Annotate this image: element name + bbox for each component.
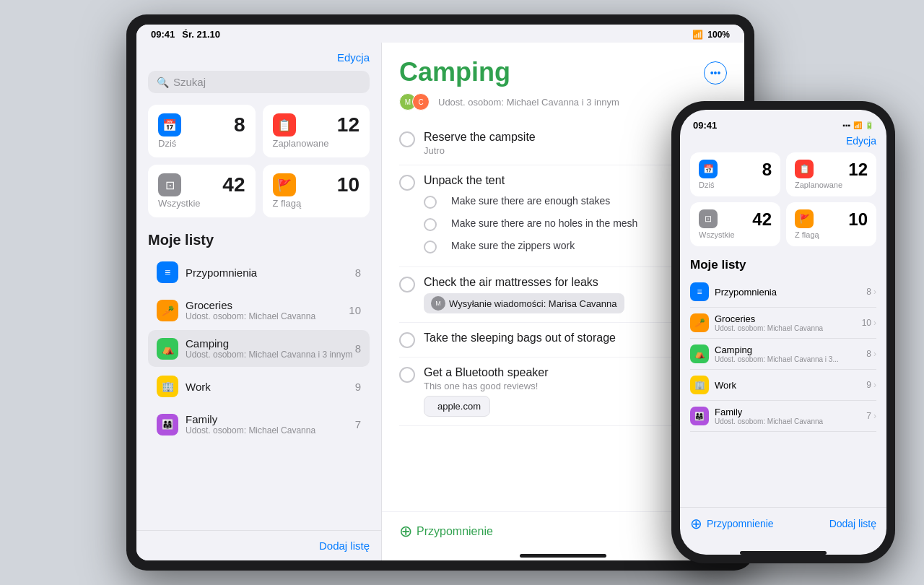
wszystkie-label: Wszystkie (158, 198, 245, 209)
iphone-wszystkie-count: 42 (752, 209, 772, 230)
family-count: 7 (355, 418, 361, 430)
task-circle-5[interactable] (399, 367, 415, 383)
ipad-time: 09:41 (151, 29, 175, 40)
detail-header: Camping ••• (382, 43, 744, 93)
list-item-przypomnienia[interactable]: ≡ Przypomnienia 8 (148, 254, 370, 290)
ipad-day: Śr. 21.10 (182, 29, 220, 40)
add-reminder-button[interactable]: ⊕ Przypomnienie (399, 522, 493, 541)
wszystkie-icon: ⊡ (158, 173, 181, 196)
ipad-status-bar: 09:41 Śr. 21.10 📶 100% (136, 25, 744, 43)
iphone-battery-icon: 🔋 (865, 121, 873, 129)
iphone-edit-button[interactable]: Edycja (846, 135, 876, 147)
list-item[interactable]: 👨‍👩‍👧 Family Udost. osobom: Michael Cava… (690, 401, 876, 432)
zflaga-label: Z flagą (273, 198, 360, 209)
iphone-zflaga-icon: 🚩 (795, 209, 814, 228)
iphone-family-sub: Udost. osobom: Michael Cavanna (715, 417, 866, 425)
work-name: Work (186, 381, 355, 393)
iphone-zaplanowane-count: 12 (848, 160, 868, 180)
avatars: M C (399, 93, 425, 110)
task-circle-2[interactable] (399, 175, 415, 191)
subtask-circle[interactable] (424, 218, 437, 231)
iphone-add-list-button[interactable]: Dodaj listę (829, 518, 876, 529)
iphone-frame: 09:41 ▪▪▪ 📶 🔋 Edycja 📅 8 Dziś (671, 101, 895, 563)
iphone-groceries-icon: 🥕 (690, 313, 709, 332)
subtask-3-name: Make sure the zippers work (451, 240, 575, 251)
iphone-stat-wszystkie[interactable]: ⊡ 42 Wszystkie (690, 202, 780, 246)
iphone-camping-count: 8 (866, 349, 871, 359)
camping-icon: ⛺ (157, 338, 178, 360)
list-item[interactable]: ≡ Przypomnienia 8 › (690, 277, 876, 308)
sidebar-footer: Dodaj listę (136, 530, 381, 560)
iphone-przypomnienia-icon: ≡ (690, 282, 709, 301)
dzis-count: 8 (234, 113, 245, 136)
iphone-add-reminder-label: Przypomnienie (707, 518, 774, 529)
przypomnienia-name: Przypomnienia (186, 266, 355, 279)
stat-card-zflaga[interactable]: 🚩 10 Z flagą (263, 165, 370, 217)
list-item-work[interactable]: 🏢 Work 9 (148, 368, 370, 404)
iphone-work-count: 9 (866, 380, 871, 390)
task-circle-3[interactable] (399, 277, 415, 292)
my-lists-title: Moje listy (148, 232, 370, 248)
iphone-groceries-sub: Udost. osobom: Michael Cavanna (715, 324, 862, 332)
iphone-zflaga-label: Z flagą (795, 230, 868, 239)
przypomnienia-icon: ≡ (157, 261, 178, 283)
iphone-add-icon: ⊕ (690, 515, 702, 532)
subtask-circle[interactable] (424, 240, 437, 254)
more-button[interactable]: ••• (704, 61, 727, 84)
wifi-icon: 📶 (692, 30, 703, 40)
dzis-icon: 📅 (158, 113, 181, 136)
edit-button[interactable]: Edycja (337, 51, 370, 64)
subtask-circle[interactable] (424, 196, 437, 209)
sidebar-inner: Edycja 🔍 Szukaj 📅 (136, 43, 381, 530)
task-circle-1[interactable] (399, 131, 415, 147)
add-reminder-label: Przypomnienie (417, 525, 493, 538)
iphone-status-bar: 09:41 ▪▪▪ 📶 🔋 (680, 110, 886, 135)
list-item[interactable]: 🏢 Work 9 › (690, 370, 876, 401)
list-item-family[interactable]: 👨‍👩‍👧 Family Udost. osobom: Michael Cava… (148, 406, 370, 443)
iphone-stat-zflaga[interactable]: 🚩 10 Z flagą (786, 202, 876, 246)
iphone-wszystkie-icon: ⊡ (699, 209, 718, 228)
search-bar[interactable]: 🔍 Szukaj (148, 71, 370, 93)
wszystkie-count: 42 (222, 173, 245, 196)
task-circle-4[interactable] (399, 332, 415, 348)
apple-link-text: apple.com (437, 401, 481, 412)
iphone-main-content: Edycja 📅 8 Dziś 📋 12 Zaplanowane (680, 135, 886, 507)
groceries-subtitle: Udost. osobom: Michael Cavanna (186, 311, 349, 321)
chevron-icon: › (873, 349, 876, 359)
family-name: Family (186, 413, 355, 425)
stat-card-dzis[interactable]: 📅 8 Dziś (148, 105, 256, 157)
iphone-family-count: 7 (866, 411, 871, 421)
subtask-2-name: Make sure there are no holes in the mesh (451, 217, 637, 229)
iphone-stat-dzis[interactable]: 📅 8 Dziś (690, 152, 780, 196)
apple-link[interactable]: apple.com (424, 396, 490, 417)
list-item-groceries[interactable]: 🥕 Groceries Udost. osobom: Michael Cavan… (148, 292, 370, 329)
zaplanowane-label: Zaplanowane (273, 138, 360, 149)
iphone-footer: ⊕ Przypomnienie Dodaj listę (680, 507, 886, 547)
iphone-add-reminder-button[interactable]: ⊕ Przypomnienie (690, 515, 774, 532)
iphone-work-name: Work (715, 380, 866, 391)
camping-count: 8 (355, 342, 361, 355)
stat-card-wszystkie[interactable]: ⊡ 42 Wszystkie (148, 165, 256, 217)
iphone-family-name: Family (715, 407, 866, 417)
iphone-zflaga-count: 10 (848, 209, 868, 230)
iphone-zaplanowane-icon: 📋 (795, 160, 814, 178)
add-list-button[interactable]: Dodaj listę (319, 540, 370, 552)
chevron-icon: › (873, 287, 876, 297)
list-item-camping[interactable]: ⛺ Camping Udost. osobom: Michael Cavanna… (148, 330, 370, 367)
list-item[interactable]: 🥕 Groceries Udost. osobom: Michael Cavan… (690, 308, 876, 339)
search-placeholder: Szukaj (173, 76, 206, 88)
iphone-stat-zaplanowane[interactable]: 📋 12 Zaplanowane (786, 152, 876, 196)
iphone-signal-icon: ▪▪▪ (842, 121, 850, 129)
chevron-icon: › (873, 380, 876, 390)
iphone-screen: 09:41 ▪▪▪ 📶 🔋 Edycja 📅 8 Dziś (680, 110, 886, 555)
iphone-time: 09:41 (693, 120, 717, 131)
stats-grid: 📅 8 Dziś 📋 12 (148, 105, 370, 217)
ipad-frame: 09:41 Śr. 21.10 📶 100% Edycja 🔍 (126, 14, 754, 571)
iphone-family-icon: 👨‍👩‍👧 (690, 407, 709, 425)
work-count: 9 (355, 381, 361, 393)
stat-card-zaplanowane[interactable]: 📋 12 Zaplanowane (263, 105, 370, 157)
iphone-dzis-label: Dziś (699, 181, 772, 189)
zaplanowane-icon: 📋 (273, 113, 296, 136)
add-icon: ⊕ (399, 522, 412, 541)
list-item[interactable]: ⛺ Camping Udost. osobom: Michael Cavanna… (690, 339, 876, 370)
